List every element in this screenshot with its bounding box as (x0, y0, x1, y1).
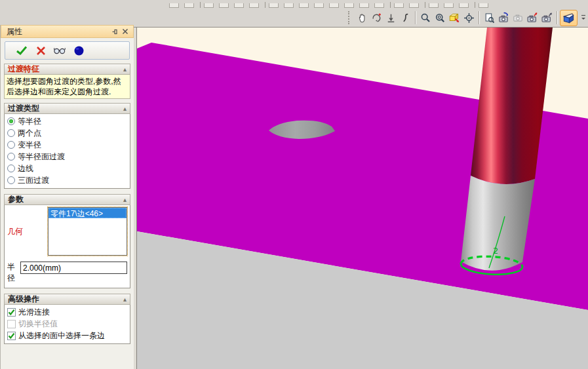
clipped-toolbar-icon[interactable] (184, 3, 194, 8)
advanced-options-group: 光滑连接 切换半径值 从选择的面中选择一条边 (4, 305, 130, 344)
radio-equal-radius[interactable]: 等半径 (5, 115, 130, 127)
properties-panel: 属性 过渡特征 ▴ 选择想要圆角过渡的类型,参数,然 后选择边和面来定义圆角过渡… (0, 25, 134, 369)
clipped-toolbar-icon[interactable] (169, 3, 179, 8)
checkbox-select-edge-from-face[interactable]: 从选择的面中选择一条边 (5, 330, 130, 341)
orbit-vertical-icon[interactable] (383, 10, 398, 25)
clipped-toolbar-icon[interactable] (344, 3, 354, 8)
radius-label: 半径 (7, 262, 20, 284)
toolbar-grip[interactable] (348, 11, 352, 24)
toolbar-separator (415, 11, 416, 24)
preview-glasses-icon[interactable] (51, 43, 68, 58)
toolbar-separator (200, 2, 201, 8)
checkbox-icon[interactable] (7, 308, 16, 317)
feature-help-text: 选择想要圆角过渡的类型,参数,然 后选择边和面来定义圆角过渡. (4, 75, 130, 99)
geometry-listbox[interactable]: 零件17\边<46> (48, 207, 127, 256)
clipped-toolbar-icon[interactable] (234, 3, 244, 8)
radio-variable-radius[interactable]: 变半径 (5, 139, 130, 151)
clipped-toolbar-icon[interactable] (329, 3, 339, 8)
toolbar-row-clipped (0, 0, 588, 8)
section-header-feature[interactable]: 过渡特征 ▴ (4, 64, 130, 75)
clipped-toolbar-icon[interactable] (269, 3, 279, 8)
collapse-caret-icon[interactable]: ▴ (123, 105, 127, 112)
toolbar-separator (479, 11, 479, 24)
fillet-type-group: 等半径 两个点 变半径 等半径面过渡 边线 三面过渡 (4, 114, 130, 189)
panel-title-text: 属性 (7, 26, 109, 37)
geometry-label: 几何 (7, 207, 48, 256)
checkbox-smooth-connect[interactable]: 光滑连接 (5, 306, 130, 318)
toolbar-overflow-icon[interactable] (579, 10, 588, 25)
clipped-toolbar-icon[interactable] (219, 3, 229, 8)
fly-spline-icon[interactable] (398, 10, 412, 25)
clipped-toolbar-icon[interactable] (459, 3, 469, 8)
toolbar-separator (557, 11, 557, 24)
toolbar-separator (265, 2, 265, 8)
radio-icon[interactable] (7, 117, 15, 125)
camera-previous-icon[interactable] (525, 10, 539, 25)
clipped-toolbar-icon[interactable] (409, 3, 419, 8)
collapse-caret-icon[interactable]: ▴ (123, 66, 127, 73)
collapse-caret-icon[interactable]: ▴ (123, 296, 127, 303)
panel-titlebar: 属性 (1, 25, 134, 38)
checkbox-toggle-radius: 切换半径值 (5, 318, 130, 330)
radio-icon[interactable] (7, 165, 15, 172)
confirm-check-icon[interactable] (13, 43, 30, 58)
clipped-toolbar-icon[interactable] (314, 3, 324, 8)
zoom-page-icon[interactable] (482, 10, 496, 25)
clipped-toolbar-icon[interactable] (359, 3, 369, 8)
shaded-wedge-icon[interactable] (560, 10, 578, 26)
zoom-window-icon[interactable] (433, 10, 447, 25)
toolbar-separator (425, 2, 425, 8)
clipped-toolbar-icon[interactable] (299, 3, 309, 8)
options-sphere-icon[interactable] (70, 43, 87, 58)
zoom-icon[interactable] (418, 10, 433, 25)
radio-icon[interactable] (7, 153, 15, 161)
radio-edge-line[interactable]: 边线 (5, 163, 130, 174)
toolbar-separator (390, 2, 391, 8)
rotate-view-icon[interactable] (369, 10, 383, 25)
clipped-toolbar-icon[interactable] (444, 3, 454, 8)
toolbar-separator (475, 2, 475, 8)
cancel-x-icon[interactable] (32, 43, 49, 58)
section-header-type[interactable]: 过渡类型 ▴ (4, 103, 130, 114)
clipped-toolbar-icon[interactable] (284, 3, 294, 8)
parameters-group: 几何 零件17\边<46> 半径 (4, 205, 130, 288)
checkbox-icon (7, 320, 16, 328)
radio-icon[interactable] (7, 176, 15, 184)
camera-disabled-icon[interactable] (511, 10, 525, 25)
camera-next-icon[interactable] (539, 10, 554, 25)
zoom-target-icon[interactable] (461, 10, 476, 25)
clipped-toolbar-icon[interactable] (249, 3, 259, 8)
radio-icon[interactable] (7, 129, 15, 137)
camera-rotate-icon[interactable] (496, 10, 511, 25)
radius-value-label: 2 (493, 246, 498, 256)
pin-icon[interactable] (109, 27, 120, 37)
clipped-toolbar-icon[interactable] (479, 3, 488, 8)
zoom-extents-icon[interactable] (447, 10, 461, 25)
model-scene: 2 (137, 28, 588, 369)
viewport-3d[interactable]: 2 (137, 28, 588, 369)
clipped-toolbar-icon[interactable] (394, 3, 404, 8)
section-header-advanced[interactable]: 高级操作 ▴ (4, 294, 130, 305)
checkbox-icon[interactable] (7, 332, 16, 340)
panel-action-toolbar (5, 41, 130, 60)
radio-icon[interactable] (7, 141, 15, 149)
radius-input[interactable] (20, 262, 127, 274)
clipped-toolbar-icon[interactable] (374, 3, 384, 8)
radio-two-points[interactable]: 两个点 (5, 127, 130, 139)
radio-three-face[interactable]: 三面过渡 (5, 174, 130, 186)
geometry-selected-item[interactable]: 零件17\边<46> (49, 208, 127, 218)
clipped-toolbar-icon[interactable] (204, 3, 214, 8)
close-icon[interactable] (120, 27, 130, 37)
section-header-params[interactable]: 参数 ▴ (4, 194, 130, 205)
radio-equal-radius-face[interactable]: 等半径面过渡 (5, 151, 130, 163)
clipped-toolbar-icon[interactable] (429, 3, 439, 8)
collapse-caret-icon[interactable]: ▴ (123, 196, 127, 203)
pan-hand-icon[interactable] (355, 10, 369, 25)
